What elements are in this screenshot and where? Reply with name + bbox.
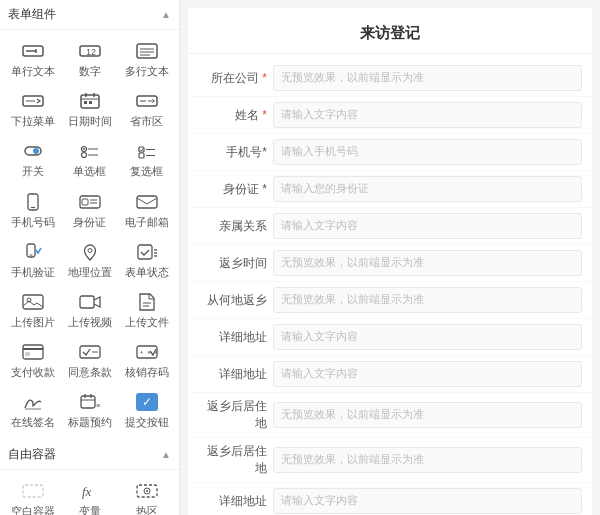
label-from-where: 从何地返乡 xyxy=(198,292,273,309)
comp-datetime[interactable]: 日期时间 xyxy=(61,84,118,134)
comp-upload-image-label: 上传图片 xyxy=(11,316,55,329)
toggle-icon xyxy=(19,140,47,162)
input-name[interactable]: 请输入文字内容 xyxy=(273,102,582,128)
comp-email-label: 电子邮箱 xyxy=(125,216,169,229)
form-row-id: 身份证 * 请输入您的身份证 xyxy=(188,171,592,208)
comp-formula-label: 变量 xyxy=(79,505,101,516)
comp-upload-image[interactable]: 上传图片 xyxy=(4,285,61,335)
input-addr1[interactable]: 请输入文字内容 xyxy=(273,324,582,350)
svg-rect-16 xyxy=(89,101,92,104)
form-card: 来访登记 所在公司 无预览效果，以前端显示为准 姓名 请输入文字内容 手机号* … xyxy=(188,8,592,515)
comp-toggle[interactable]: 开关 xyxy=(4,134,61,184)
input-residence2[interactable]: 无预览效果，以前端显示为准 xyxy=(273,447,582,473)
comp-signature[interactable]: 在线签名 xyxy=(4,385,61,435)
input-phone[interactable]: 请输入手机号码 xyxy=(273,139,582,165)
form-title: 来访登记 xyxy=(188,18,592,54)
comp-reservation[interactable]: ≡ 标题预约 xyxy=(61,385,118,435)
comp-payment[interactable]: 支付收款 xyxy=(4,335,61,385)
comp-location[interactable]: 地理位置 xyxy=(61,235,118,285)
form-row-return-time: 返乡时间 无预览效果，以前端显示为准 xyxy=(188,245,592,282)
dropdown-icon xyxy=(19,90,47,112)
form-row-residence2: 返乡后居住地 无预览效果，以前端显示为准 xyxy=(188,438,592,483)
comp-multi-text[interactable]: 多行文本 xyxy=(118,34,175,84)
svg-rect-41 xyxy=(138,245,152,259)
form-row-addr3: 详细地址 请输入文字内容 xyxy=(188,483,592,515)
comp-toggle-label: 开关 xyxy=(22,165,44,178)
section-free-container[interactable]: 自由容器 ▲ xyxy=(0,440,179,470)
input-company[interactable]: 无预览效果，以前端显示为准 xyxy=(273,65,582,91)
label-addr3: 详细地址 xyxy=(198,493,273,510)
verify-code-icon: * * * xyxy=(133,341,161,363)
comp-city[interactable]: 省市区 xyxy=(118,84,175,134)
label-residence1: 返乡后居住地 xyxy=(198,398,273,432)
comp-upload-video-label: 上传视频 xyxy=(68,316,112,329)
label-addr1: 详细地址 xyxy=(198,329,273,346)
email-icon xyxy=(133,191,161,213)
input-return-time[interactable]: 无预览效果，以前端显示为准 xyxy=(273,250,582,276)
label-name: 姓名 xyxy=(198,107,273,124)
hotspot-icon xyxy=(133,480,161,502)
input-addr2[interactable]: 请输入文字内容 xyxy=(273,361,582,387)
label-id: 身份证 * xyxy=(198,181,273,198)
comp-number[interactable]: 12 数字 xyxy=(61,34,118,84)
comp-form-status-label: 表单状态 xyxy=(125,266,169,279)
comp-single-select[interactable]: 单选框 xyxy=(61,134,118,184)
form-row-addr1: 详细地址 请输入文字内容 xyxy=(188,319,592,356)
comp-dropdown[interactable]: 下拉菜单 xyxy=(4,84,61,134)
space-icon xyxy=(19,480,47,502)
comp-phone-verify[interactable]: 手机验证 xyxy=(4,235,61,285)
comp-space-label: 空白容器 xyxy=(11,505,55,516)
input-from-where[interactable]: 无预览效果，以前端显示为准 xyxy=(273,287,582,313)
comp-email[interactable]: 电子邮箱 xyxy=(118,185,175,235)
input-addr3[interactable]: 请输入文字内容 xyxy=(273,488,582,514)
comp-upload-video[interactable]: 上传视频 xyxy=(61,285,118,335)
comp-submit-btn[interactable]: 提交按钮 xyxy=(118,385,175,435)
svg-rect-33 xyxy=(80,196,100,208)
comp-id-card[interactable]: 身份证 xyxy=(61,185,118,235)
left-panel: 表单组件 ▲ 单行文本 12 数字 xyxy=(0,0,180,515)
comp-phone[interactable]: 手机号码 xyxy=(4,185,61,235)
form-row-relation: 亲属关系 请输入文字内容 xyxy=(188,208,592,245)
form-row-from-where: 从何地返乡 无预览效果，以前端显示为准 xyxy=(188,282,592,319)
input-residence1[interactable]: 无预览效果，以前端显示为准 xyxy=(273,402,582,428)
comp-single-select-label: 单选框 xyxy=(73,165,106,178)
section-arrow: ▲ xyxy=(161,9,171,20)
svg-rect-5 xyxy=(137,44,157,58)
formula-icon: fx xyxy=(76,480,104,502)
comp-hotspot[interactable]: 热区 xyxy=(118,474,175,516)
location-icon xyxy=(76,241,104,263)
comp-phone-verify-label: 手机验证 xyxy=(11,266,55,279)
svg-point-67 xyxy=(146,490,148,492)
svg-point-21 xyxy=(33,148,39,154)
label-phone: 手机号* xyxy=(198,144,273,161)
input-id[interactable]: 请输入您的身份证 xyxy=(273,176,582,202)
id-card-icon xyxy=(76,191,104,213)
svg-point-23 xyxy=(83,148,85,150)
upload-file-icon xyxy=(133,291,161,313)
form-components-grid: 单行文本 12 数字 多行文本 xyxy=(0,30,179,440)
comp-submit-btn-label: 提交按钮 xyxy=(125,416,169,429)
comp-verify-code[interactable]: * * * 核销存码 xyxy=(118,335,175,385)
comp-datetime-label: 日期时间 xyxy=(68,115,112,128)
single-text-icon xyxy=(19,40,47,62)
comp-reservation-label: 标题预约 xyxy=(68,416,112,429)
section-form-components[interactable]: 表单组件 ▲ xyxy=(0,0,179,30)
section-form-label: 表单组件 xyxy=(8,6,56,23)
comp-upload-file[interactable]: 上传文件 xyxy=(118,285,175,335)
comp-form-status[interactable]: 表单状态 xyxy=(118,235,175,285)
comp-single-text[interactable]: 单行文本 xyxy=(4,34,61,84)
input-relation[interactable]: 请输入文字内容 xyxy=(273,213,582,239)
form-row-addr2: 详细地址 请输入文字内容 xyxy=(188,356,592,393)
svg-text:12: 12 xyxy=(86,47,96,57)
comp-formula[interactable]: fx 变量 xyxy=(61,474,118,516)
section-free-label: 自由容器 xyxy=(8,446,56,463)
comp-upload-file-label: 上传文件 xyxy=(125,316,169,329)
comp-space[interactable]: 空白容器 xyxy=(4,474,61,516)
phone-icon xyxy=(19,191,47,213)
comp-multi-select[interactable]: 复选框 xyxy=(118,134,175,184)
comp-id-card-label: 身份证 xyxy=(73,216,106,229)
comp-installment[interactable]: 同意条款 xyxy=(61,335,118,385)
form-status-icon xyxy=(133,241,161,263)
upload-video-icon xyxy=(76,291,104,313)
form-row-company: 所在公司 无预览效果，以前端显示为准 xyxy=(188,60,592,97)
